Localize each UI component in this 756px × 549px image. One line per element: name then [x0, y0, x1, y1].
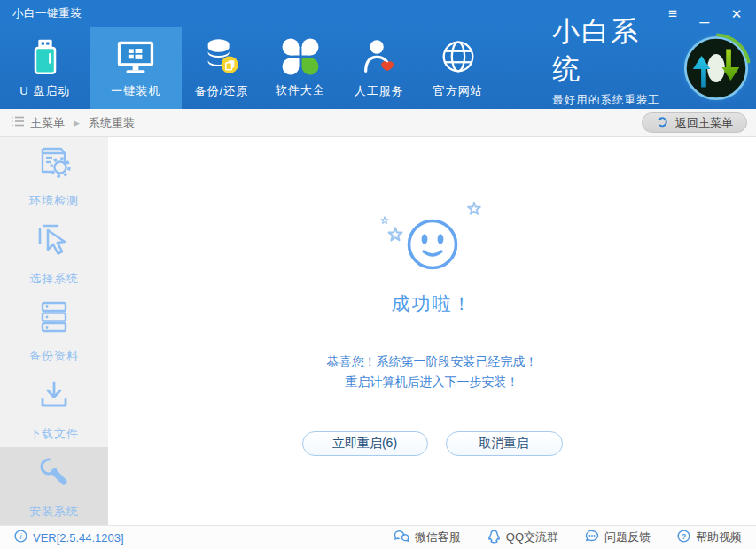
person-heart-icon: [359, 36, 400, 77]
footer: i VER[2.5.44.1203] 微信客服: [0, 525, 756, 549]
sidebar-item-download-files[interactable]: 下载文件: [0, 370, 108, 448]
nav-item-official-website[interactable]: 官方网站: [418, 27, 497, 109]
breadcrumb-bar: 主菜单 ▶ 系统重装 返回主菜单: [0, 109, 756, 137]
cursor-icon: [35, 220, 74, 263]
version-text: VER[2.5.44.1203]: [33, 531, 124, 545]
success-headline: 成功啦！: [392, 291, 473, 316]
close-icon[interactable]: ✕: [729, 7, 744, 20]
globe-icon: [438, 36, 479, 77]
restart-now-button[interactable]: 立即重启(6): [302, 431, 428, 456]
success-smiley-icon: [366, 196, 499, 281]
nav-item-one-click-install[interactable]: 一键装机: [90, 27, 182, 109]
main-content: 成功啦！ 恭喜您！系统第一阶段安装已经完成！ 重启计算机后进入下一步安装！ 立即…: [108, 137, 756, 525]
success-messages: 恭喜您！系统第一阶段安装已经完成！ 重启计算机后进入下一步安装！: [327, 352, 538, 392]
app-window: 小白一键重装 ≡ ＿ ✕ U 盘启动: [0, 0, 756, 549]
qq-icon: [487, 530, 501, 546]
sidebar-item-choose-system[interactable]: 选择系统: [0, 215, 108, 293]
restart-actions: 立即重启(6) 取消重启: [302, 431, 563, 456]
nav-label: 备份/还原: [195, 83, 249, 99]
server-icon: [35, 298, 74, 340]
menu-icon[interactable]: ≡: [666, 6, 680, 21]
database-icon: [201, 36, 242, 77]
version-info: i VER[2.5.44.1203]: [14, 530, 124, 545]
footer-link-label: 问题反馈: [604, 530, 651, 545]
monitor-icon: [114, 36, 157, 77]
footer-link-label: 微信客服: [415, 530, 461, 545]
breadcrumb-current: 系统重装: [89, 115, 135, 131]
nav-label: 一键装机: [111, 83, 160, 99]
footer-link-label: 帮助视频: [696, 530, 742, 545]
info-icon: i: [14, 530, 27, 545]
svg-text:?: ?: [682, 532, 686, 541]
breadcrumb-arrow-icon: ▶: [74, 119, 80, 128]
minimize-icon[interactable]: ＿: [698, 10, 712, 23]
footer-link-help-video[interactable]: ? 帮助视频: [677, 530, 742, 546]
wrench-icon: [35, 453, 74, 496]
top-nav: U 盘启动 一键装机: [0, 27, 756, 109]
sidebar-item-install-system[interactable]: 安装系统: [0, 447, 108, 525]
brand-block: 小白系统 最好用的系统重装工具: [552, 27, 666, 109]
sidebar-item-label: 下载文件: [29, 426, 79, 442]
body: 环境检测 选择系统: [0, 137, 756, 525]
footer-link-label: QQ交流群: [506, 530, 558, 545]
footer-link-qq-group[interactable]: QQ交流群: [487, 530, 558, 546]
footer-link-feedback[interactable]: 问题反馈: [585, 530, 651, 546]
svg-text:i: i: [20, 532, 23, 541]
box-gear-icon: [35, 143, 74, 185]
back-button-label: 返回主菜单: [675, 115, 733, 131]
feedback-bubble-icon: [585, 530, 599, 545]
nav-item-backup-restore[interactable]: 备份/还原: [182, 27, 261, 109]
sidebar-item-label: 安装系统: [29, 504, 79, 520]
cancel-restart-button[interactable]: 取消重启: [446, 431, 563, 456]
brand-logo: [676, 27, 756, 109]
footer-link-wechat-support[interactable]: 微信客服: [394, 530, 461, 546]
window-title: 小白一键重装: [12, 6, 82, 21]
nav-label: U 盘启动: [19, 83, 70, 99]
apps-clover-icon: [281, 37, 320, 76]
sidebar-item-label: 环境检测: [29, 193, 79, 209]
breadcrumb-root[interactable]: 主菜单: [30, 115, 65, 131]
back-to-main-menu-button[interactable]: 返回主菜单: [642, 112, 747, 133]
back-arrow-icon: [656, 116, 669, 130]
message-line-1: 恭喜您！系统第一阶段安装已经完成！: [327, 352, 538, 372]
sidebar-item-backup-data[interactable]: 备份资料: [0, 292, 108, 370]
help-circle-icon: ?: [677, 530, 690, 545]
window-controls: ≡ ＿ ✕: [666, 6, 744, 21]
footer-links: 微信客服 QQ交流群: [394, 530, 742, 546]
nav-item-usb-boot[interactable]: U 盘启动: [0, 27, 90, 109]
sidebar-item-label: 选择系统: [29, 271, 79, 287]
sidebar-item-env-check[interactable]: 环境检测: [0, 137, 108, 215]
sidebar-item-label: 备份资料: [29, 348, 79, 364]
wechat-icon: [394, 530, 409, 545]
download-icon: [35, 375, 74, 418]
list-icon: [11, 115, 25, 131]
nav-item-software-center[interactable]: 软件大全: [261, 27, 339, 109]
nav-label: 软件大全: [276, 82, 325, 98]
nav-label: 官方网站: [433, 83, 483, 99]
message-line-2: 重启计算机后进入下一步安装！: [327, 372, 538, 392]
brand-name: 小白系统: [552, 13, 666, 88]
steps-sidebar: 环境检测 选择系统: [0, 137, 108, 525]
usb-icon: [25, 36, 66, 77]
nav-item-human-service[interactable]: 人工服务: [339, 27, 418, 109]
nav-label: 人工服务: [355, 83, 404, 99]
